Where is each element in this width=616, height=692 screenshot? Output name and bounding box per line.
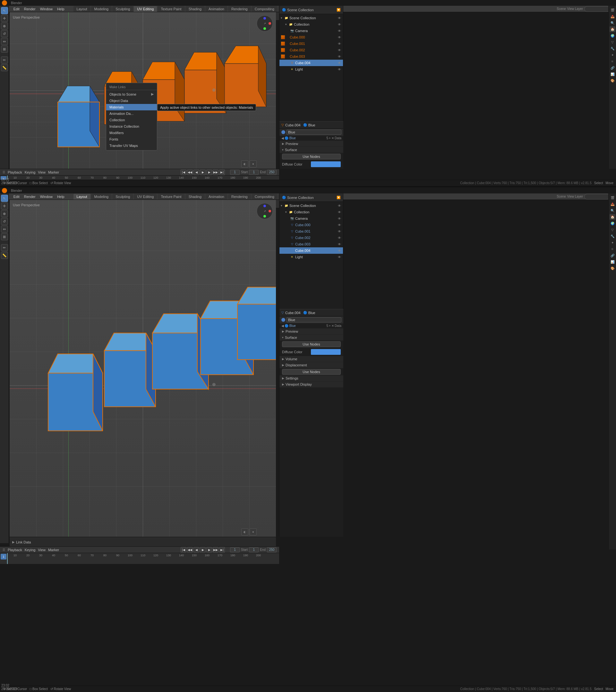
prop-icon-material[interactable]: 🎨 bbox=[610, 78, 615, 83]
prop-icon-view[interactable]: 🔍 bbox=[610, 20, 615, 26]
timeline-view-2[interactable]: View bbox=[38, 548, 46, 552]
tab-shading[interactable]: Shading bbox=[186, 6, 205, 12]
timeline-marker[interactable]: Marker bbox=[48, 170, 59, 174]
timeline-view[interactable]: View bbox=[38, 170, 46, 174]
menu-help-2[interactable]: Help bbox=[55, 194, 66, 199]
displacement-toggle[interactable]: ▶ Displacement bbox=[279, 362, 343, 368]
outliner-light-2[interactable]: ☀ Light 👁 bbox=[279, 254, 343, 260]
next-keyframe-btn[interactable]: ▶▶ bbox=[213, 169, 218, 175]
prop-icon-render-2[interactable]: 🎬 bbox=[610, 195, 615, 200]
outliner-cube003-2[interactable]: ▽ Cube.003 👁 bbox=[279, 241, 343, 247]
prop-icon-constraints[interactable]: 🔗 bbox=[610, 65, 615, 70]
tab-texture-paint-2[interactable]: Texture Paint bbox=[157, 194, 185, 199]
surface-toggle-2[interactable]: ▾ Surface bbox=[279, 334, 343, 341]
outliner-filter[interactable]: 🔽 bbox=[337, 8, 340, 12]
jump-end-btn-2[interactable]: ▶| bbox=[219, 547, 225, 553]
material-sphere-icon[interactable]: 🔵 Blue bbox=[284, 136, 296, 140]
menu-render[interactable]: Render bbox=[22, 7, 38, 11]
menu-edit-2[interactable]: Edit bbox=[12, 194, 21, 199]
status-box-select-btn[interactable]: □ Box Select bbox=[29, 181, 48, 185]
cube-blue-selected[interactable] bbox=[51, 77, 106, 140]
jump-start-btn-2[interactable]: |◀ bbox=[180, 547, 186, 553]
prev-keyframe-btn[interactable]: ◀◀ bbox=[187, 169, 193, 175]
link-data-arrow[interactable]: ▶ bbox=[12, 540, 15, 544]
outliner-cube002[interactable]: ▽ Cube.002 👁 bbox=[279, 47, 343, 53]
diffuse-color-swatch[interactable] bbox=[311, 161, 341, 167]
outliner-cube003[interactable]: ▽ Cube.003 👁 bbox=[279, 53, 343, 60]
end-frame-input-2[interactable] bbox=[267, 547, 277, 553]
tool-move-2[interactable]: ⊕ bbox=[1, 210, 8, 217]
material-slot-2[interactable]: Blue bbox=[279, 316, 343, 323]
menu-materials[interactable]: Materials bbox=[106, 104, 157, 110]
tool-measure-2[interactable]: 📏 bbox=[1, 252, 8, 259]
prev-frame-btn[interactable]: ◀ bbox=[193, 169, 199, 175]
prev-keyframe-btn-2[interactable]: ◀◀ bbox=[187, 547, 193, 553]
use-nodes-btn[interactable]: Use Nodes bbox=[282, 154, 341, 159]
menu-instance-collection[interactable]: Instance Collection bbox=[106, 123, 157, 130]
data-btn-2[interactable]: Data bbox=[335, 324, 341, 328]
overlay-btn-2[interactable]: ◐ bbox=[241, 528, 248, 536]
current-frame-input[interactable] bbox=[230, 170, 240, 175]
tool-select[interactable]: ↖ bbox=[1, 7, 8, 14]
outliner-camera[interactable]: 📷 Camera 👁 bbox=[279, 27, 343, 34]
prop-icon-data2[interactable]: 📊 bbox=[610, 71, 615, 77]
shading-btn-2[interactable]: ● bbox=[250, 528, 257, 536]
overlay-btn[interactable]: ◐ bbox=[241, 160, 248, 168]
outliner-cube002-2[interactable]: ▽ Cube.002 👁 bbox=[279, 235, 343, 241]
menu-edit[interactable]: Edit bbox=[12, 7, 21, 11]
tab-shading-2[interactable]: Shading bbox=[186, 194, 205, 199]
status-move-top[interactable]: Move bbox=[606, 181, 613, 185]
menu-object-data[interactable]: Object Data bbox=[106, 98, 157, 104]
search-input-2[interactable] bbox=[584, 194, 610, 199]
tab-animation[interactable]: Animation bbox=[205, 6, 228, 12]
preview-toggle-2[interactable]: ▶ Preview bbox=[279, 328, 343, 334]
jump-start-btn[interactable]: |◀ bbox=[180, 169, 186, 175]
next-keyframe-btn-2[interactable]: ▶▶ bbox=[213, 547, 218, 553]
prop-icon-render[interactable]: 🎬 bbox=[610, 7, 615, 13]
prev-frame-btn-2[interactable]: ◀ bbox=[193, 547, 199, 553]
jump-end-btn[interactable]: ▶| bbox=[219, 169, 225, 175]
cube-blue-5[interactable] bbox=[234, 277, 276, 362]
prev-material-btn[interactable]: ◀ bbox=[281, 136, 284, 140]
search-input[interactable] bbox=[584, 6, 610, 12]
tab-animation-2[interactable]: Animation bbox=[205, 194, 228, 199]
tab-layout-2[interactable]: Layout bbox=[73, 194, 90, 199]
use-nodes-btn-3[interactable]: Use Nodes bbox=[282, 369, 341, 375]
outliner-scene-collection-2[interactable]: ▾ 📁 Scene Collection 👁 bbox=[279, 202, 343, 209]
start-frame-input-2[interactable] bbox=[249, 547, 259, 553]
tool-select-2[interactable]: ↖ bbox=[1, 195, 8, 202]
tab-sculpting[interactable]: Sculpting bbox=[112, 6, 133, 12]
prop-icon-modifier-2[interactable]: 🔧 bbox=[610, 233, 615, 239]
status-rotate-btn-2[interactable]: ↺ Rotate View bbox=[50, 687, 71, 691]
prop-icon-particles-2[interactable]: ✦ bbox=[610, 240, 615, 245]
tab-sculpting-2[interactable]: Sculpting bbox=[112, 194, 133, 199]
tool-measure[interactable]: 📏 bbox=[1, 64, 8, 71]
tab-rendering-2[interactable]: Rendering bbox=[228, 194, 251, 199]
tab-modeling-2[interactable]: Modeling bbox=[91, 194, 112, 199]
end-frame-input[interactable] bbox=[267, 170, 277, 175]
menu-transfer-uv[interactable]: Transfer UV Maps bbox=[106, 143, 157, 149]
outliner-camera-2[interactable]: 📷 Camera 👁 bbox=[279, 215, 343, 222]
outliner-cube004[interactable]: ▽ Cube.004 👁 bbox=[279, 60, 343, 66]
timeline-keying[interactable]: Keying bbox=[25, 170, 36, 174]
remove-material-btn[interactable]: ✕ bbox=[332, 136, 334, 140]
menu-help[interactable]: Help bbox=[55, 7, 66, 11]
tab-compositing[interactable]: Compositing bbox=[252, 6, 277, 12]
tool-transform-2[interactable]: ⊞ bbox=[1, 233, 8, 240]
outliner-cube001-2[interactable]: ▽ Cube.001 👁 bbox=[279, 228, 343, 235]
add-material-btn[interactable]: + bbox=[329, 136, 331, 140]
tab-layout[interactable]: Layout bbox=[73, 6, 90, 12]
viewport-gizmo[interactable]: ↗ bbox=[257, 15, 273, 31]
data-btn[interactable]: Data bbox=[335, 136, 341, 140]
tool-annotate-2[interactable]: ✏ bbox=[1, 244, 8, 251]
prop-icon-modifier[interactable]: 🔧 bbox=[610, 46, 615, 51]
menu-animation-data[interactable]: Animation Da... bbox=[106, 110, 157, 117]
add-material-btn-2[interactable]: + bbox=[329, 324, 331, 328]
tab-uv-editing-2[interactable]: UV Editing bbox=[134, 194, 157, 199]
tool-cursor-2[interactable]: ✛ bbox=[1, 202, 8, 210]
settings-toggle[interactable]: ▶ Settings bbox=[279, 375, 343, 382]
prev-material-btn-2[interactable]: ◀ bbox=[281, 324, 284, 328]
menu-modifiers[interactable]: Modifiers bbox=[106, 130, 157, 136]
prop-icon-object[interactable]: ▽ bbox=[610, 39, 615, 45]
preview-toggle[interactable]: ▶ Preview bbox=[279, 141, 343, 147]
